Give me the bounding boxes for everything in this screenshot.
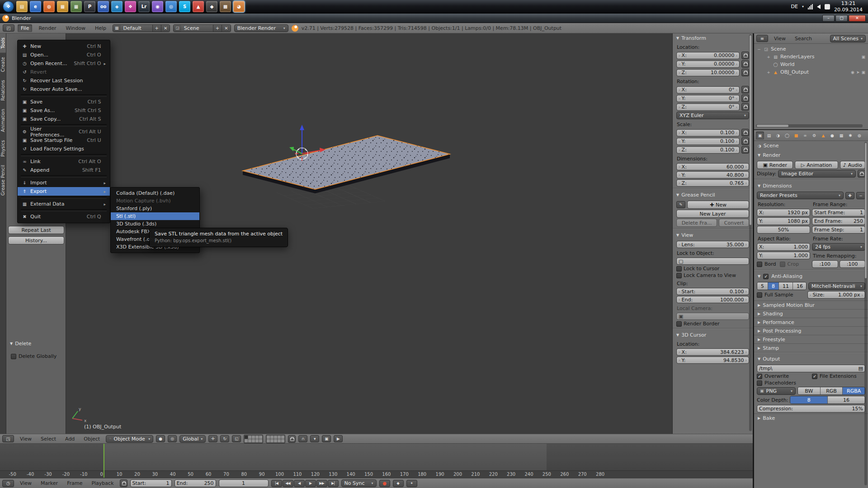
anti-aliasing-panel-header[interactable]: ▼ ✓ Anti-Aliasing <box>754 272 868 281</box>
transport-button-play[interactable]: ▶ <box>305 480 316 487</box>
full-sample-checkbox[interactable]: Full Sample <box>757 292 806 298</box>
lock-icon[interactable] <box>741 69 749 76</box>
clip-end-field[interactable]: ‹ End: 1000.000 › <box>676 296 749 303</box>
outliner-item[interactable]: − ◲ Scene ◉ ➤ ▣ ▣ <box>754 45 868 53</box>
properties-tab-texture[interactable]: ▦ <box>837 131 845 140</box>
outliner-item[interactable]: ◯ World ◉ ➤ ▣ ▣ <box>754 61 868 68</box>
file-menu-item[interactable]: ▣ Save Ctrl S ▸ <box>18 98 110 106</box>
file-menu-item[interactable]: ⚙ User Preferences... Ctrl Alt U ▸ <box>18 127 110 136</box>
outliner-view-menu[interactable]: View <box>771 35 789 42</box>
collapsed-panel-header[interactable]: ▶ Shading <box>754 309 868 318</box>
cursor-panel-header[interactable]: ▼ 3D Cursor <box>673 330 753 340</box>
file-menu-item[interactable]: ✖ Quit Ctrl Q ▸ <box>18 212 110 221</box>
keying-set-button[interactable]: ◆ <box>393 480 404 487</box>
taskbar-icon-explorer[interactable]: ▤ <box>16 1 28 12</box>
taskbar-icon-p-app[interactable]: P <box>84 1 95 12</box>
taskbar-icon-blender[interactable]: ◕ <box>233 1 245 12</box>
orientation-dropdown[interactable]: Global ▾ <box>179 435 206 443</box>
transport-button-jump-to-end[interactable]: ▶| <box>328 480 339 487</box>
render-engine-dropdown[interactable]: Blender Render ▾ <box>234 24 288 32</box>
collapsed-panel-header[interactable]: ▶ Performance <box>754 318 868 326</box>
taskbar-icon-pink-app[interactable]: ❖ <box>125 1 136 12</box>
aa-samples-button[interactable]: 16 <box>793 282 807 290</box>
toolshelf-tab[interactable]: Tools <box>0 33 6 53</box>
time-remap-field[interactable]: :100 <box>840 260 866 268</box>
properties-scrollbar[interactable] <box>864 142 867 485</box>
rotation-mode-dropdown[interactable]: XYZ Euler ▾ <box>676 112 749 119</box>
pencil-icon[interactable]: ✎ <box>676 201 685 208</box>
grease-new-button[interactable]: ✚ New <box>687 201 749 209</box>
repeat-last-button[interactable]: Repeat Last <box>8 226 64 234</box>
properties-tab-modifiers[interactable]: ⚙ <box>810 131 818 140</box>
delete-globally-checkbox[interactable]: Delete Globally <box>11 353 57 359</box>
aa-samples-button[interactable]: 8 <box>768 282 779 290</box>
scale-number-field[interactable]: ‹ Z: 0.100 › <box>676 146 740 154</box>
editor-type-icon[interactable]: ◳ <box>2 435 14 442</box>
lock-camera-checkbox[interactable]: Lock Camera to View <box>676 272 749 278</box>
toolshelf-tab[interactable]: Create <box>0 53 6 76</box>
timeline-menu-button[interactable]: View <box>17 479 35 487</box>
timeline-menu-button[interactable]: Playback <box>88 479 117 487</box>
file-menu-item[interactable]: ∞ Link Ctrl Alt O ▸ <box>18 157 110 166</box>
render-animation-button[interactable]: ▷ Animation <box>795 161 838 169</box>
file-menu-item[interactable]: ▣ Save Startup File Ctrl U ▸ <box>18 136 110 145</box>
rotation-number-field[interactable]: ‹ X: 0° › <box>676 86 740 94</box>
taskbar-icon-media-app[interactable]: oo <box>98 1 109 12</box>
view-panel-header[interactable]: ▼ View <box>673 230 753 240</box>
header-menu-button[interactable]: Select <box>38 435 59 443</box>
file-menu-item[interactable]: ⇓ Import ▸ <box>18 178 110 187</box>
file-menu-item[interactable]: ↻ Recover Last Session ▸ <box>18 76 110 85</box>
frame-range-field[interactable]: Frame Step: 1 <box>812 226 865 234</box>
render-panel-header[interactable]: ▼ Render <box>754 150 868 160</box>
visibility-toggles[interactable]: ◉ ➤ ▣ <box>851 70 865 75</box>
dimension-number-field[interactable]: ‹ Y: 40.800 › <box>676 171 749 178</box>
taskbar-icon-lightroom[interactable]: Lr <box>138 1 150 12</box>
add-preset-button[interactable]: ✚ <box>845 192 854 199</box>
aa-filter-dropdown[interactable]: Mitchell-Netravali ▾ <box>808 282 865 290</box>
minimize-button[interactable]: – <box>822 15 835 22</box>
manipulator-rotate-icon[interactable]: ↻ <box>220 435 229 442</box>
toolshelf-tab[interactable]: Physics <box>0 136 6 161</box>
frame-rate-dropdown[interactable]: 24 fps ▾ <box>812 243 865 251</box>
outliner-item[interactable]: + ▤ RenderLayers ◉ ➤ ▣ ▣ <box>754 53 868 61</box>
toolshelf-tab[interactable]: Grease Pencil <box>0 161 6 200</box>
scale-number-field[interactable]: ‹ Y: 0.100 › <box>676 138 740 145</box>
lock-icon[interactable] <box>741 129 749 136</box>
collapsed-panel-header[interactable]: ▶ Freestyle <box>754 335 868 343</box>
expander-icon[interactable]: + <box>766 70 771 75</box>
border-checkbox[interactable]: Bord <box>757 261 776 267</box>
properties-tab-object[interactable]: ■ <box>792 131 800 140</box>
location-number-field[interactable]: ‹ Y: 0.00000 › <box>676 61 740 68</box>
file-format-dropdown[interactable]: ▣ PNG ▾ <box>757 387 796 395</box>
display-dropdown[interactable]: Image Editor ▾ <box>778 170 856 178</box>
select-arrow-icon[interactable]: ➤ <box>856 70 860 75</box>
timeline-menu-button[interactable]: Frame <box>64 479 85 487</box>
transport-button-jump-to-start[interactable]: |◀ <box>271 480 282 487</box>
taskbar-icon-minecraft-2[interactable]: ▩ <box>220 1 231 12</box>
channels-button[interactable]: BW <box>798 387 821 394</box>
editor-type-icon[interactable]: ◰ <box>3 24 14 32</box>
delete-layout-button[interactable]: ✕ <box>161 25 170 32</box>
time-remap-field[interactable]: :100 <box>812 260 838 268</box>
layers-widget-2[interactable] <box>266 435 285 443</box>
resolution-percentage-slider[interactable]: 50% <box>757 226 810 234</box>
location-number-field[interactable]: ‹ Z: 10.00000 › <box>676 69 740 76</box>
expander-icon[interactable]: + <box>766 55 771 59</box>
opengl-render-button[interactable]: ▣ <box>322 435 331 442</box>
taskbar-icon-firefox[interactable]: ◍ <box>43 1 55 12</box>
menu-button[interactable]: Window <box>63 24 89 32</box>
taskbar-icon-purple-app[interactable]: ◉ <box>152 1 163 12</box>
file-menu-item[interactable]: ◷ Open Recent... Shift Ctrl O ▸ <box>18 59 110 68</box>
start-frame-field[interactable]: Start: 1 <box>130 479 172 487</box>
taskbar-icon-dark-app[interactable]: ◆ <box>206 1 217 12</box>
outliner-search-menu[interactable]: Search <box>792 35 815 42</box>
clip-start-field[interactable]: ‹ Start: 0.100 › <box>676 288 749 295</box>
editor-type-icon[interactable]: ◷ <box>2 480 14 487</box>
manipulator-scale-icon[interactable]: ◱ <box>232 435 241 442</box>
resolution-field[interactable]: Y: 1080 px <box>757 217 810 225</box>
header-menu-button[interactable]: Object <box>80 435 103 443</box>
timeline[interactable]: -50-40-30-20-100102030405060708090100110… <box>0 444 753 478</box>
timeline-ruler[interactable]: -50-40-30-20-100102030405060708090100110… <box>0 470 753 478</box>
toolshelf-tab[interactable]: Relations <box>0 76 6 105</box>
volume-icon[interactable] <box>817 5 821 9</box>
